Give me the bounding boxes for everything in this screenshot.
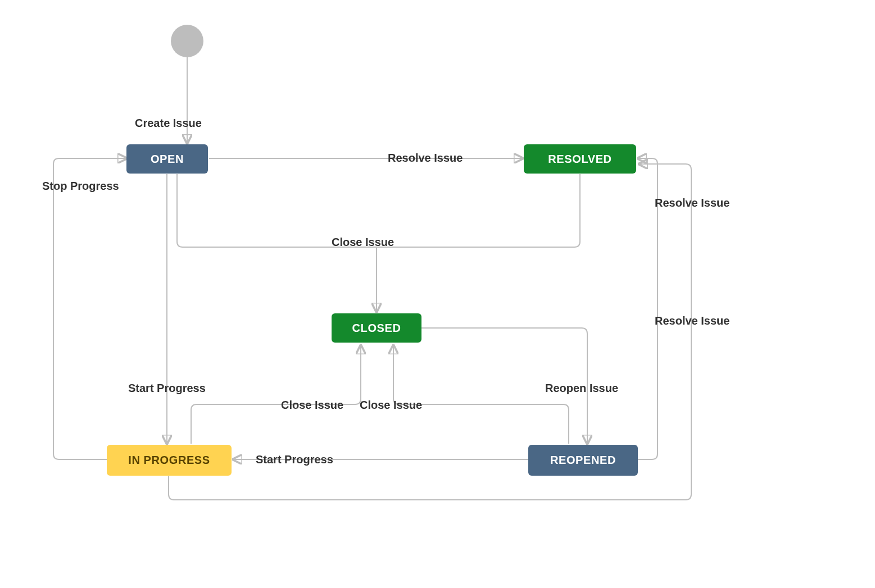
label-close-issue-reopened: Close Issue bbox=[360, 399, 422, 412]
edge-close-issue-inprogress bbox=[191, 345, 361, 444]
edge-stop-progress bbox=[53, 158, 126, 459]
state-in-progress-label: IN PROGRESS bbox=[128, 454, 210, 467]
state-reopened: REOPENED bbox=[528, 445, 638, 476]
workflow-diagram: OPEN RESOLVED CLOSED IN PROGRESS REOPENE… bbox=[0, 0, 875, 588]
state-resolved: RESOLVED bbox=[524, 144, 636, 174]
label-start-progress-reopened: Start Progress bbox=[256, 453, 333, 466]
label-resolve-issue-reopened: Resolve Issue bbox=[655, 197, 729, 209]
edges-layer bbox=[0, 0, 875, 588]
label-close-issue: Close Issue bbox=[332, 236, 394, 249]
start-node bbox=[171, 25, 203, 57]
label-reopen-issue: Reopen Issue bbox=[545, 382, 618, 395]
state-closed: CLOSED bbox=[332, 313, 421, 343]
label-stop-progress: Stop Progress bbox=[42, 180, 119, 193]
label-start-progress-open: Start Progress bbox=[128, 382, 206, 395]
state-open-label: OPEN bbox=[151, 153, 184, 166]
state-closed-label: CLOSED bbox=[352, 322, 401, 335]
edge-close-issue-reopened bbox=[393, 345, 569, 444]
label-create-issue: Create Issue bbox=[135, 117, 202, 130]
label-resolve-issue: Resolve Issue bbox=[388, 152, 463, 165]
state-open: OPEN bbox=[126, 144, 208, 174]
state-resolved-label: RESOLVED bbox=[548, 153, 611, 166]
state-reopened-label: REOPENED bbox=[550, 454, 616, 467]
state-in-progress: IN PROGRESS bbox=[107, 445, 232, 476]
label-resolve-issue-inprogress: Resolve Issue bbox=[655, 314, 729, 327]
label-close-issue-inprogress: Close Issue bbox=[281, 399, 343, 412]
